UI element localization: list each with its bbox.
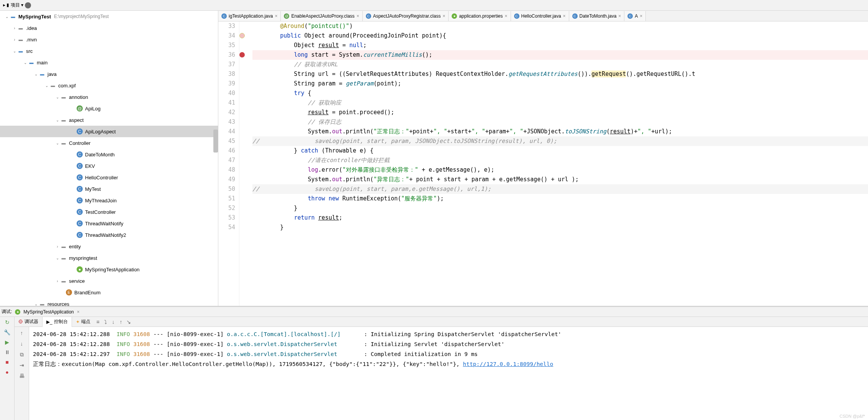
code-line[interactable]: String param = getParam(point);	[252, 79, 868, 89]
tree-item-myspringtest[interactable]: ⌄▬myspringtest	[0, 252, 218, 264]
chevron-icon[interactable]: ⌄	[54, 141, 61, 145]
chevron-icon[interactable]: ⌄	[11, 49, 18, 53]
chevron-icon[interactable]: ›	[11, 38, 18, 42]
tree-item-annotion[interactable]: ⌄▬annotion	[0, 91, 218, 103]
chevron-down-icon[interactable]: ⌄	[4, 15, 10, 19]
tab-console[interactable]: ▶_控制台	[42, 317, 72, 327]
tree-item-brandenum[interactable]: EBrandEnum	[0, 287, 218, 298]
close-icon[interactable]: ×	[442, 13, 445, 19]
chevron-icon[interactable]: ›	[54, 279, 61, 283]
step-over-icon[interactable]: ⤵	[102, 318, 110, 326]
code-line[interactable]: // 获取请求URL	[252, 60, 868, 69]
code-editor[interactable]: 3334353637383940414243444546474849505152…	[218, 21, 868, 306]
step-into-icon[interactable]: ↓	[110, 318, 117, 326]
tree-item-controller[interactable]: ⌄▬Controller	[0, 137, 218, 149]
close-icon[interactable]: ×	[77, 309, 80, 315]
tree-item-mytest[interactable]: CMyTest	[0, 183, 218, 195]
close-icon[interactable]: ×	[640, 13, 642, 19]
tree-root[interactable]: ⌄ ▬ MySpringTest E:\myproject\MySpringTe…	[0, 11, 218, 22]
chevron-icon[interactable]: ⌄	[54, 256, 61, 260]
code-line[interactable]: System.out.println("异常日志："+ point + star…	[252, 175, 868, 184]
tree-item-main[interactable]: ⌄▬main	[0, 57, 218, 68]
tree-item-testcontroller[interactable]: CTestController	[0, 206, 218, 218]
editor-tab[interactable]: CDateToMonth.java×	[569, 11, 625, 21]
editor-tab[interactable]: CigTestApplication.java×	[218, 11, 281, 21]
tree-item-.mvn[interactable]: ›▬.mvn	[0, 34, 218, 45]
close-icon[interactable]: ×	[504, 13, 507, 19]
rerun-icon[interactable]: ↻	[3, 318, 11, 326]
toolbar-icon[interactable]: ≡	[94, 318, 102, 326]
url-link[interactable]: http://127.0.0.1:8099/hello	[463, 361, 554, 367]
chevron-icon[interactable]: ⌄	[33, 72, 39, 76]
chevron-icon[interactable]: ⌄	[33, 302, 39, 306]
tree-item-threadwaitnotify2[interactable]: CThreadWaitNotify2	[0, 229, 218, 241]
tree-item-ekv[interactable]: CEKV	[0, 160, 218, 172]
tab-debugger[interactable]: ⭗调试器	[15, 317, 42, 327]
wrap-icon[interactable]: ⧉	[18, 351, 26, 358]
breakpoints-icon[interactable]: ●	[3, 368, 11, 376]
tab-breakpoints[interactable]: ✦端点	[72, 317, 94, 327]
stop-icon[interactable]: ■	[3, 358, 11, 366]
chevron-icon[interactable]: ⌄	[54, 95, 61, 99]
run-to-cursor-icon[interactable]: ↘	[125, 318, 133, 326]
code-line[interactable]: try {	[252, 89, 868, 98]
code-line[interactable]: // saveLog(point, start, param,e.getMess…	[252, 184, 868, 194]
chevron-icon[interactable]: ›	[54, 244, 61, 249]
code-line[interactable]: log.error("对外暴露接口非受检异常：" + e.getMessage(…	[252, 165, 868, 175]
step-out-icon[interactable]: ↑	[117, 318, 125, 326]
tree-item-apilog[interactable]: @ApiLog	[0, 103, 218, 114]
chevron-icon[interactable]: ⌄	[54, 118, 61, 122]
tree-item-aspect[interactable]: ⌄▬aspect	[0, 114, 218, 126]
tree-item-service[interactable]: ›▬service	[0, 275, 218, 287]
editor-tab[interactable]: @EnableAspectJAutoProxy.class×	[281, 11, 362, 21]
project-tree[interactable]: ⌄ ▬ MySpringTest E:\myproject\MySpringTe…	[0, 11, 218, 306]
code-line[interactable]: }	[252, 203, 868, 213]
tree-item-threadwaitnotify[interactable]: CThreadWaitNotify	[0, 218, 218, 229]
code-line[interactable]: public Object around(ProceedingJoinPoint…	[252, 31, 868, 41]
editor-tab[interactable]: CA×	[624, 11, 646, 21]
gear-icon[interactable]	[25, 2, 31, 8]
wrench-icon[interactable]: 🔧	[3, 328, 11, 336]
pause-icon[interactable]: ⏸	[3, 348, 11, 356]
close-icon[interactable]: ×	[618, 13, 621, 19]
tree-item-entity[interactable]: ›▬entity	[0, 241, 218, 252]
editor-tab[interactable]: CHelloController.java×	[511, 11, 569, 21]
editor-tab[interactable]: CAspectJAutoProxyRegistrar.class×	[363, 11, 449, 21]
code-line[interactable]: @Around("pointcut()")	[252, 21, 868, 31]
resume-icon[interactable]: ▶	[3, 338, 11, 346]
close-icon[interactable]: ×	[563, 13, 566, 19]
code-line[interactable]: long start = System.currentTimeMillis();	[252, 50, 868, 60]
code-body[interactable]: @Around("pointcut()") public Object arou…	[251, 21, 868, 306]
code-line[interactable]: // 获取响应	[252, 98, 868, 108]
scroll-icon[interactable]: ⇥	[18, 361, 26, 369]
tree-item-myspringtestapplication[interactable]: ●MySpringTestApplication	[0, 264, 218, 275]
chevron-icon[interactable]: ⌄	[22, 61, 28, 65]
code-line[interactable]: System.out.println("正常日志："+point+", "+st…	[252, 127, 868, 136]
code-line[interactable]: }	[252, 223, 868, 232]
editor-tab[interactable]: ●application.properties×	[449, 11, 511, 21]
code-line[interactable]: } catch (Throwable e) {	[252, 146, 868, 156]
code-line[interactable]: return result;	[252, 213, 868, 223]
close-icon[interactable]: ×	[275, 13, 277, 19]
chevron-icon[interactable]: ›	[11, 26, 18, 30]
code-line[interactable]: // saveLog(point, start, param, JSONObje…	[252, 136, 868, 146]
tree-item-.idea[interactable]: ›▬.idea	[0, 22, 218, 34]
tree-item-mythreadjoin[interactable]: CMyThreadJoin	[0, 195, 218, 206]
method-marker-icon[interactable]	[239, 33, 245, 38]
code-line[interactable]: Object result = null;	[252, 41, 868, 50]
tree-item-com.xpf[interactable]: ⌄▬com.xpf	[0, 80, 218, 91]
tree-item-datetomonth[interactable]: CDateToMonth	[0, 149, 218, 160]
editor-tabs[interactable]: CigTestApplication.java×@EnableAspectJAu…	[218, 11, 868, 21]
tree-item-hellocontroller[interactable]: CHelloController	[0, 172, 218, 183]
console-output[interactable]: 2024-06-28 15:42:12.288 INFO 31608 --- […	[29, 327, 868, 420]
code-line[interactable]: throw new RuntimeException("服务器异常");	[252, 194, 868, 203]
tree-item-java[interactable]: ⌄▬java	[0, 68, 218, 80]
code-line[interactable]: result = point.proceed();	[252, 108, 868, 117]
run-config-name[interactable]: MySpringTestApplication	[23, 309, 74, 315]
up-icon[interactable]: ↑	[18, 329, 26, 337]
code-line[interactable]: // 保存日志	[252, 117, 868, 127]
chevron-icon[interactable]: ⌄	[44, 84, 50, 88]
close-icon[interactable]: ×	[357, 13, 359, 19]
print-icon[interactable]: 🖶	[18, 372, 26, 380]
code-line[interactable]: //请在controller中做好拦截	[252, 156, 868, 165]
